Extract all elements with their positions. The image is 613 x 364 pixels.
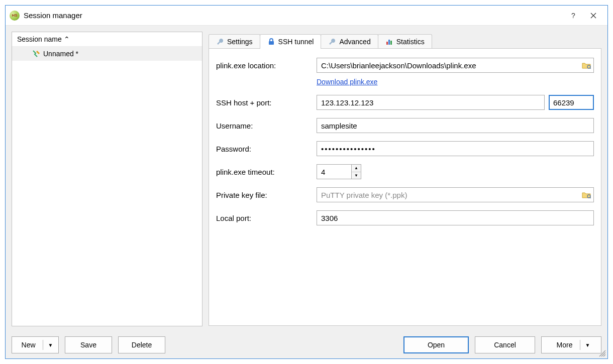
folder-browse-icon[interactable] bbox=[582, 62, 591, 69]
tab-row: Settings SSH tunnel Advanced bbox=[209, 32, 601, 49]
titlebar: HS Session manager ? bbox=[6, 6, 607, 26]
open-button[interactable]: Open bbox=[403, 336, 469, 353]
svg-rect-2 bbox=[388, 40, 390, 45]
local-port-input[interactable] bbox=[317, 210, 594, 225]
timeout-spinner[interactable]: ▲ ▼ bbox=[317, 164, 361, 179]
tab-statistics[interactable]: Statistics bbox=[378, 34, 432, 49]
download-plink-link[interactable]: Download plink.exe bbox=[317, 78, 377, 86]
dialog-body: Session name ⌃ Unnamed * Settings bbox=[6, 26, 607, 332]
session-manager-dialog: HS Session manager ? Session name ⌃ Unna… bbox=[5, 5, 608, 359]
left-panel: Session name ⌃ Unnamed * bbox=[12, 32, 202, 326]
delete-button[interactable]: Delete bbox=[118, 336, 165, 353]
svg-rect-3 bbox=[390, 41, 392, 45]
private-key-input[interactable] bbox=[317, 187, 594, 202]
wrench-icon bbox=[328, 38, 336, 46]
plink-location-input[interactable] bbox=[317, 58, 594, 73]
resize-grip[interactable] bbox=[598, 349, 606, 357]
timeout-label: plink.exe timeout: bbox=[216, 168, 317, 176]
caret-down-icon: ▼ bbox=[48, 342, 53, 348]
timeout-input[interactable] bbox=[317, 164, 352, 179]
session-item-label: Unnamed * bbox=[43, 50, 78, 58]
more-button[interactable]: More ▼ bbox=[541, 336, 601, 353]
username-label: Username: bbox=[216, 122, 317, 130]
password-input[interactable] bbox=[317, 141, 594, 156]
password-label: Password: bbox=[216, 145, 317, 153]
lock-icon bbox=[267, 38, 275, 46]
session-list[interactable]: Session name ⌃ Unnamed * bbox=[12, 32, 202, 326]
tab-content-ssh-tunnel: plink.exe location: bbox=[209, 48, 601, 326]
ssh-host-input[interactable] bbox=[317, 95, 545, 110]
spinner-down-button[interactable]: ▼ bbox=[352, 172, 361, 179]
app-icon: HS bbox=[10, 11, 20, 21]
folder-browse-icon[interactable] bbox=[582, 191, 591, 198]
save-button[interactable]: Save bbox=[65, 336, 112, 353]
session-list-header[interactable]: Session name ⌃ bbox=[12, 32, 202, 47]
local-port-label: Local port: bbox=[216, 214, 317, 222]
spinner-up-button[interactable]: ▲ bbox=[352, 165, 361, 172]
tab-advanced[interactable]: Advanced bbox=[321, 34, 378, 49]
window-title: Session manager bbox=[24, 11, 563, 20]
private-key-label: Private key file: bbox=[216, 191, 317, 199]
wrench-icon bbox=[216, 38, 224, 46]
tab-ssh-tunnel[interactable]: SSH tunnel bbox=[260, 34, 322, 49]
tab-settings[interactable]: Settings bbox=[209, 34, 260, 49]
ssh-port-input[interactable] bbox=[549, 95, 594, 110]
caret-down-icon: ▼ bbox=[585, 342, 590, 348]
help-button[interactable]: ? bbox=[563, 8, 583, 23]
resize-grip-icon bbox=[598, 349, 606, 357]
svg-rect-0 bbox=[269, 41, 274, 45]
bar-chart-icon bbox=[385, 38, 393, 46]
username-input[interactable] bbox=[317, 118, 594, 133]
session-icon bbox=[32, 50, 40, 58]
session-item-unnamed[interactable]: Unnamed * bbox=[12, 47, 202, 61]
button-row: New ▼ Save Delete Open Cancel More ▼ bbox=[6, 332, 607, 358]
close-icon bbox=[590, 13, 596, 19]
close-button[interactable] bbox=[583, 8, 603, 23]
right-panel: Settings SSH tunnel Advanced bbox=[209, 32, 601, 326]
svg-rect-1 bbox=[386, 42, 388, 45]
plink-location-label: plink.exe location: bbox=[216, 61, 317, 70]
ssh-host-label: SSH host + port: bbox=[216, 98, 317, 107]
cancel-button[interactable]: Cancel bbox=[475, 336, 535, 353]
new-button[interactable]: New ▼ bbox=[12, 336, 59, 353]
